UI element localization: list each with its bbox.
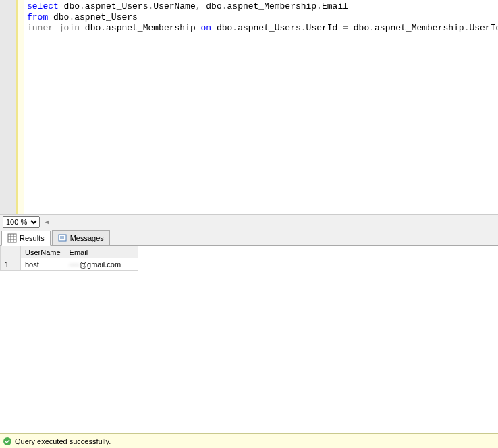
messages-icon xyxy=(58,233,67,243)
status-bar: Query executed successfully. xyxy=(0,433,498,448)
editor-gutter xyxy=(0,0,16,214)
tab-results[interactable]: Results xyxy=(1,231,51,246)
cell-email[interactable]: ·····@gmail.com xyxy=(65,258,138,271)
success-icon xyxy=(3,437,12,446)
results-grid-pane: UserName Email 1 host ·····@gmail.com xyxy=(0,246,498,433)
status-message: Query executed successfully. xyxy=(15,437,111,445)
kw-select: select xyxy=(27,1,59,11)
kw-on: on xyxy=(201,23,212,33)
kw-inner: inner xyxy=(27,23,53,33)
zoom-select[interactable]: 100 % xyxy=(3,216,40,228)
col-header-email[interactable]: Email xyxy=(65,246,138,258)
grid-icon xyxy=(7,233,17,243)
results-table[interactable]: UserName Email 1 host ·····@gmail.com xyxy=(0,246,138,271)
cell-username[interactable]: host xyxy=(21,258,65,271)
tab-messages-label: Messages xyxy=(70,234,104,242)
rownum-header[interactable] xyxy=(1,246,21,258)
tab-results-label: Results xyxy=(20,234,45,242)
change-marker-strip xyxy=(16,0,24,214)
zoom-bar: 100 % ◄ xyxy=(0,215,498,229)
kw-from: from xyxy=(27,12,48,22)
results-tabs-bar: Results Messages xyxy=(0,229,498,246)
row-number[interactable]: 1 xyxy=(1,258,21,271)
scroll-arrows[interactable]: ◄ xyxy=(44,219,50,225)
sql-code-area[interactable]: select dbo.aspnet_Users.UserName, dbo.as… xyxy=(24,0,498,214)
table-row[interactable]: 1 host ·····@gmail.com xyxy=(1,258,138,271)
tab-messages[interactable]: Messages xyxy=(52,230,110,245)
table-header-row: UserName Email xyxy=(1,246,138,258)
kw-join: join xyxy=(53,23,80,33)
svg-rect-0 xyxy=(8,234,16,242)
sql-editor-pane: select dbo.aspnet_Users.UserName, dbo.as… xyxy=(0,0,498,215)
col-header-username[interactable]: UserName xyxy=(21,246,65,258)
